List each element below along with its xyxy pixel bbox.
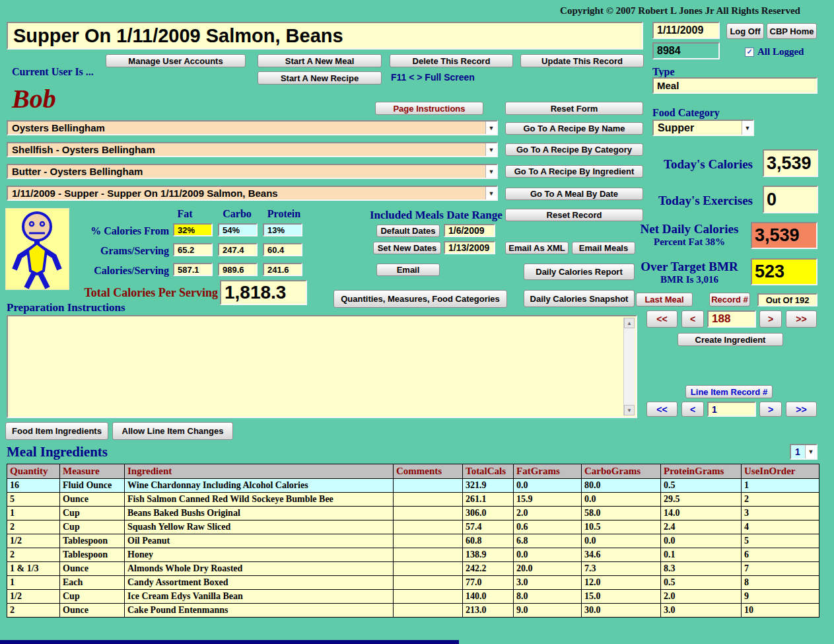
go-recipe-by-ingredient-button[interactable]: Go To A Recipe By Ingredient <box>505 165 643 178</box>
type-field[interactable]: Meal <box>652 77 817 94</box>
table-row[interactable]: 1EachCandy Assortment Boxed77.03.012.00.… <box>7 576 819 590</box>
record-number-field[interactable]: 188 <box>707 310 756 328</box>
table-cell: 3.0 <box>514 576 582 590</box>
update-record-button[interactable]: Update This Record <box>520 54 644 67</box>
recipe-by-ingredient-combo[interactable]: Butter - Oysters Bellingham ▼ <box>7 164 498 179</box>
table-cell: 60.8 <box>463 534 514 548</box>
reset-record-button[interactable]: Reset Record <box>505 209 643 221</box>
scroll-down-icon[interactable]: ▼ <box>624 405 635 415</box>
table-cell: 30.0 <box>582 604 661 618</box>
default-dates-button[interactable]: Default Dates <box>376 225 440 237</box>
table-row[interactable]: 2CupSquash Yellow Raw Sliced57.40.610.52… <box>7 520 819 534</box>
included-meals-date-range-label: Included Meals Date Range <box>370 209 503 222</box>
scroll-up-icon[interactable]: ▲ <box>624 318 635 328</box>
all-logged-control[interactable]: ✓ All Logged <box>745 46 804 57</box>
record-number-button[interactable]: Record # <box>709 293 750 306</box>
chevron-down-icon[interactable]: ▼ <box>742 121 753 135</box>
go-recipe-by-category-button[interactable]: Go To A Recipe By Category <box>505 143 643 156</box>
total-calories-value: 1,818.3 <box>220 280 307 305</box>
email-as-xml-button[interactable]: Email As XML <box>505 242 569 254</box>
chevron-down-icon[interactable]: ▼ <box>485 143 497 156</box>
table-cell: Tablespoon <box>60 534 125 548</box>
chevron-down-icon[interactable]: ▼ <box>805 445 816 458</box>
table-cell: Candy Assortment Boxed <box>125 576 394 590</box>
table-row[interactable]: 2OunceCake Pound Entenmanns213.09.030.03… <box>7 604 819 618</box>
line-selector-combo[interactable]: 1 ▼ <box>790 444 817 460</box>
column-header-measure: Measure <box>60 464 125 479</box>
chevron-down-icon[interactable]: ▼ <box>485 165 497 178</box>
recipe-by-category-combo[interactable]: Shellfish - Oysters Bellingham ▼ <box>7 142 498 157</box>
table-row[interactable]: 2TablespoonHoney138.90.034.60.16 <box>7 548 819 562</box>
preparation-instructions-textarea[interactable]: ▲ ▼ <box>7 315 637 418</box>
table-row[interactable]: 1/2CupIce Cream Edys Vanilla Bean140.08.… <box>7 590 819 604</box>
quantities-measures-button[interactable]: Quantities, Measures, Food Categories <box>333 290 507 308</box>
line-item-record-button[interactable]: Line Item Record # <box>685 385 773 398</box>
to-date-field[interactable]: 1/13/2009 <box>444 241 495 254</box>
table-cell: Cake Pound Entenmanns <box>125 604 394 618</box>
fat-grams-field: 65.2 <box>173 243 213 256</box>
table-row[interactable]: 1/2TablespoonOil Peanut60.86.80.00.05 <box>7 534 819 548</box>
delete-record-button[interactable]: Delete This Record <box>390 54 513 67</box>
table-cell <box>394 548 463 562</box>
record-prev-button[interactable]: < <box>681 310 704 328</box>
table-cell: 3 <box>742 507 819 520</box>
table-row[interactable]: 16Fluid OunceWine Chardonnay Including A… <box>7 479 819 493</box>
net-daily-calories-value: 3,539 <box>751 222 817 249</box>
cbp-home-button[interactable]: CBP Home <box>767 23 817 39</box>
record-first-button[interactable]: << <box>646 310 678 328</box>
last-meal-button[interactable]: Last Meal <box>636 293 693 306</box>
prep-scrollbar[interactable]: ▲ ▼ <box>623 318 635 415</box>
table-row[interactable]: 1 & 1/3OunceAlmonds Whole Dry Roasted242… <box>7 562 819 576</box>
food-item-ingredients-button[interactable]: Food Item Ingredients <box>5 422 108 440</box>
table-cell: 8 <box>742 576 819 590</box>
set-new-dates-button[interactable]: Set New Dates <box>373 242 441 254</box>
cbp-meal-form: Copyright © 2007 Robert L Jones Jr All R… <box>0 0 834 644</box>
daily-calories-snapshot-button[interactable]: Daily Calories Snapshot <box>524 290 635 307</box>
manage-user-accounts-button[interactable]: Manage User Accounts <box>106 54 246 67</box>
record-id-field: 8984 <box>652 42 720 59</box>
record-last-button[interactable]: >> <box>786 310 817 328</box>
allow-line-item-changes-button[interactable]: Allow Line Item Changes <box>112 422 233 440</box>
table-cell: 34.6 <box>582 548 661 562</box>
food-category-combo[interactable]: Supper ▼ <box>652 120 754 136</box>
table-cell: 16 <box>7 479 60 493</box>
table-cell: 7.3 <box>582 562 661 576</box>
table-cell: 0.0 <box>661 534 742 548</box>
log-off-button[interactable]: Log Off <box>726 23 764 39</box>
meal-title-field[interactable]: Supper On 1/11/2009 Salmon, Beans <box>7 22 643 50</box>
table-cell: Fluid Ounce <box>60 479 125 493</box>
table-row[interactable]: 1CupBeans Baked Bushs Original306.02.058… <box>7 507 819 520</box>
chevron-down-icon[interactable]: ▼ <box>485 122 497 134</box>
from-date-field[interactable]: 1/6/2009 <box>444 224 495 237</box>
start-new-recipe-button[interactable]: Start A New Recipe <box>258 71 382 85</box>
bottom-bar <box>0 640 459 644</box>
go-meal-by-date-button[interactable]: Go To A Meal By Date <box>505 188 643 200</box>
table-cell: 5 <box>7 493 60 507</box>
email-button[interactable]: Email <box>376 264 440 276</box>
column-header-comments: Comments <box>394 464 463 479</box>
line-item-first-button[interactable]: << <box>646 402 678 417</box>
line-item-last-button[interactable]: >> <box>786 402 817 417</box>
table-cell: 77.0 <box>463 576 514 590</box>
email-meals-button[interactable]: Email Meals <box>572 242 635 254</box>
chevron-down-icon[interactable]: ▼ <box>485 187 497 199</box>
go-recipe-by-name-button[interactable]: Go To A Recipe By Name <box>505 122 643 135</box>
current-date-field[interactable]: 1/11/2009 <box>652 22 720 39</box>
recipe-by-name-value: Oysters Bellingham <box>8 122 485 134</box>
table-cell <box>394 507 463 520</box>
daily-calories-report-button[interactable]: Daily Calories Report <box>524 264 635 280</box>
recipe-by-name-combo[interactable]: Oysters Bellingham ▼ <box>7 120 498 135</box>
line-item-number-field[interactable]: 1 <box>707 402 756 417</box>
all-logged-checkbox[interactable]: ✓ <box>745 48 754 57</box>
table-row[interactable]: 5OunceFish Salmon Canned Red Wild Sockey… <box>7 493 819 507</box>
create-ingredient-button[interactable]: Create Ingredient <box>678 333 783 346</box>
reset-form-button[interactable]: Reset Form <box>505 102 643 115</box>
start-new-meal-button[interactable]: Start A New Meal <box>258 54 382 67</box>
protein-grams-field: 60.4 <box>263 243 302 256</box>
meal-by-date-combo[interactable]: 1/11/2009 - Supper - Supper On 1/11/2009… <box>7 186 498 201</box>
record-next-button[interactable]: > <box>759 310 782 328</box>
line-item-next-button[interactable]: > <box>759 402 782 417</box>
page-instructions-button[interactable]: Page Instructions <box>375 102 483 115</box>
table-cell: 2.4 <box>661 520 742 534</box>
line-item-prev-button[interactable]: < <box>681 402 704 417</box>
